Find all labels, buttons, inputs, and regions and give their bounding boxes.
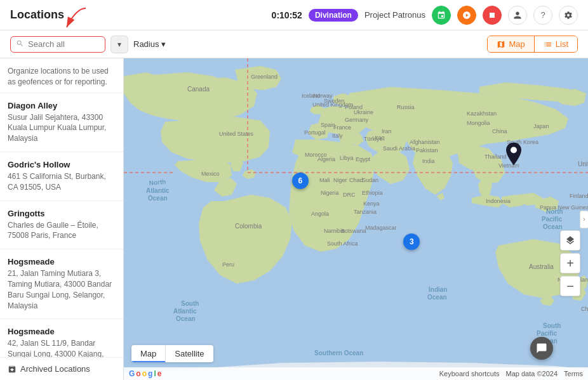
marker-label-6: 6 — [298, 176, 302, 185]
timer: 0:10:52 — [272, 10, 302, 20]
radius-chevron-icon: ▾ — [161, 39, 166, 49]
zoom-out-btn[interactable]: − — [560, 276, 580, 296]
svg-text:Algeria: Algeria — [317, 156, 335, 162]
keyboard-shortcuts-link[interactable]: Keyboard shortcuts — [439, 370, 500, 377]
svg-text:Atlantic: Atlantic — [173, 308, 197, 315]
settings-icon-btn[interactable] — [559, 6, 578, 25]
svg-text:Pacific: Pacific — [537, 330, 558, 337]
svg-text:Australia: Australia — [529, 263, 554, 270]
svg-text:Pacific: Pacific — [542, 216, 563, 223]
location-address: 461 S California St, Burbank, CA 91505, … — [8, 171, 116, 193]
svg-text:United States: United States — [578, 161, 588, 167]
search-box — [10, 36, 105, 53]
chat-btn[interactable] — [530, 337, 553, 360]
red-stop-btn[interactable] — [483, 6, 502, 25]
location-address: Susur Jalil Sejahtera, 43300 Kuala Lumpu… — [8, 112, 116, 144]
terms-link[interactable]: Terms — [564, 370, 583, 377]
svg-text:Kenya: Kenya — [363, 200, 380, 207]
svg-text:Ocean: Ocean — [148, 195, 168, 202]
svg-text:Sudan: Sudan — [362, 177, 378, 183]
dropdown-chevron-btn[interactable]: ▾ — [110, 36, 128, 53]
svg-text:Mexico: Mexico — [201, 171, 220, 177]
svg-text:Iceland: Iceland — [302, 93, 320, 99]
svg-text:South: South — [543, 322, 561, 329]
svg-text:Canada: Canada — [187, 86, 210, 93]
svg-text:Japan: Japan — [533, 123, 549, 129]
svg-text:Russia: Russia — [397, 104, 415, 110]
map-view-btn[interactable]: Map — [488, 36, 533, 52]
sidebar: Organize locations to be used as geofenc… — [0, 58, 124, 380]
svg-text:Angola: Angola — [311, 211, 329, 217]
list-item[interactable]: Godric's Hollow 461 S California St, Bur… — [0, 152, 123, 201]
search-input[interactable] — [28, 39, 79, 49]
map-data-label: Map data ©2024 — [506, 370, 558, 377]
orange-icon-btn[interactable] — [457, 6, 476, 25]
green-icon-btn[interactable] — [432, 6, 451, 25]
svg-text:Atlantic: Atlantic — [146, 187, 170, 194]
list-view-btn[interactable]: List — [534, 36, 577, 52]
map-marker-3[interactable]: 3 — [403, 233, 420, 250]
location-name: Gringotts — [8, 209, 116, 218]
list-item[interactable]: Hogsmeade 21, Jalan Taming Mutiara 3, Ta… — [0, 249, 123, 319]
map-type-bar: Map Satellite — [131, 345, 213, 362]
svg-text:DRC: DRC — [343, 192, 356, 198]
chevron-right-icon: › — [583, 216, 585, 223]
svg-text:Greenland: Greenland — [251, 74, 277, 80]
map-btn-label: Map — [509, 39, 525, 49]
svg-rect-1 — [490, 13, 495, 18]
zoom-in-btn[interactable]: + — [560, 253, 580, 273]
location-address: Charles de Gaulle – Étoile, 75008 Paris,… — [8, 220, 116, 242]
marker-label-3: 3 — [410, 237, 414, 246]
svg-text:Germany: Germany — [345, 117, 369, 123]
svg-text:Botswana: Botswana — [341, 228, 366, 234]
map-type-satellite-btn[interactable]: Satellite — [165, 345, 213, 362]
map-control-layers-btn[interactable] — [560, 230, 580, 251]
svg-text:Thailand: Thailand — [484, 154, 507, 160]
list-item[interactable]: Diagon Alley Susur Jalil Sejahtera, 4330… — [0, 93, 123, 152]
svg-text:South Africa: South Africa — [327, 240, 358, 247]
svg-point-75 — [511, 147, 517, 154]
svg-text:Ocean: Ocean — [427, 294, 447, 301]
svg-text:Ocean: Ocean — [543, 223, 563, 230]
svg-text:North: North — [149, 178, 166, 187]
svg-text:Türkiye: Türkiye — [364, 136, 383, 142]
svg-text:France: France — [333, 124, 351, 131]
list-item[interactable]: Hogsmeade 42, Jalan SL 11/9, Bandar Sung… — [0, 319, 123, 357]
person-icon-btn[interactable] — [508, 6, 527, 25]
svg-text:Egypt: Egypt — [356, 156, 371, 162]
question-icon: ? — [540, 10, 545, 20]
archived-locations-btn[interactable]: Archived Locations — [0, 357, 123, 380]
svg-text:Tanzania: Tanzania — [354, 209, 377, 215]
svg-text:Spain: Spain — [321, 122, 335, 128]
svg-text:Afghanistan: Afghanistan — [410, 139, 440, 145]
location-name: Hogsmeade — [8, 327, 116, 336]
svg-text:Nigeria: Nigeria — [321, 190, 339, 196]
sidebar-expand-arrow[interactable]: › — [580, 211, 588, 228]
svg-text:Mali: Mali — [319, 177, 330, 183]
map-type-map-btn[interactable]: Map — [131, 345, 165, 362]
svg-text:Libya: Libya — [340, 155, 354, 161]
svg-text:Indian: Indian — [429, 286, 447, 293]
map-marker-pin[interactable] — [506, 143, 521, 167]
svg-text:United Kingdom: United Kingdom — [312, 102, 353, 108]
divination-badge: Divination — [309, 9, 358, 22]
map-marker-6[interactable]: 6 — [292, 173, 309, 189]
svg-text:Ethiopia: Ethiopia — [362, 190, 383, 196]
location-address: 21, Jalan Taming Mutiara 3, Taming Mutia… — [8, 268, 116, 311]
svg-text:Pakistan: Pakistan — [416, 147, 438, 154]
map-area: North Atlantic Ocean North Pacific Ocean… — [124, 58, 588, 380]
svg-text:Ocean: Ocean — [176, 315, 196, 322]
svg-text:Madagascar: Madagascar — [365, 225, 397, 231]
search-icon — [16, 39, 24, 49]
location-name: Hogsmeade — [8, 257, 116, 266]
svg-text:Iran: Iran — [382, 128, 392, 134]
svg-text:United States: United States — [219, 131, 254, 137]
svg-text:South: South — [181, 300, 199, 307]
page-title: Locations — [10, 8, 64, 22]
list-item[interactable]: Gringotts Charles de Gaulle – Étoile, 75… — [0, 201, 123, 250]
svg-text:Saudi Arabia: Saudi Arabia — [383, 145, 415, 152]
question-icon-btn[interactable]: ? — [533, 6, 552, 25]
radius-filter-btn[interactable]: Radius ▾ — [133, 39, 166, 49]
sidebar-description: Organize locations to be used as geofenc… — [0, 58, 123, 93]
svg-text:Portugal: Portugal — [304, 129, 326, 136]
